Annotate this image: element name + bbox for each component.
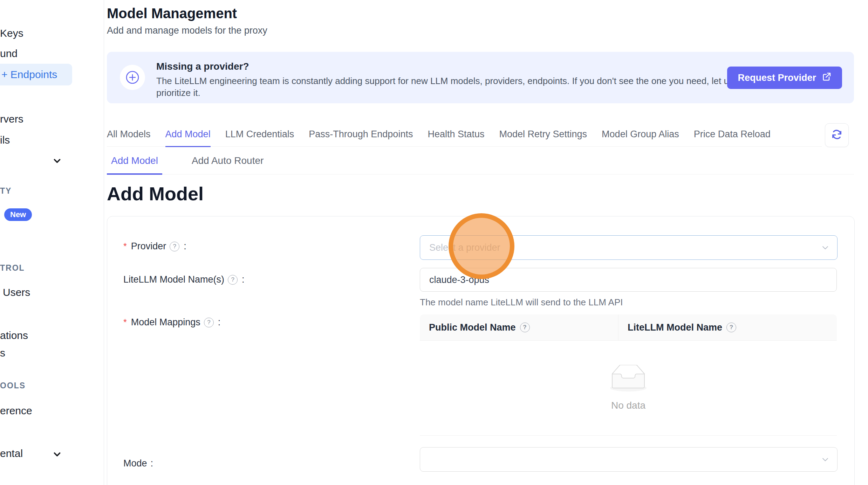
provider-label: * Provider ? :	[123, 241, 186, 252]
sidebar-section-ty: TY	[0, 186, 12, 196]
subtab-add-auto-router[interactable]: Add Auto Router	[187, 155, 268, 174]
colon: :	[242, 274, 245, 285]
model-management-page: Keys und + Endpoints rvers ils TY New TR…	[0, 0, 868, 485]
provider-label-text: Provider	[131, 241, 166, 252]
sidebar-item-und[interactable]: und	[0, 48, 18, 60]
sidebar-item-endpoints[interactable]: + Endpoints	[0, 64, 72, 85]
subtab-add-model[interactable]: Add Model	[107, 155, 162, 175]
litellm-model-name-help: The model name LiteLLM will send to the …	[420, 297, 623, 308]
chevron-down-icon	[821, 243, 829, 253]
tab-model-group-alias[interactable]: Model Group Alias	[602, 129, 679, 146]
model-mappings-label-text: Model Mappings	[131, 317, 200, 328]
sidebar-item-users[interactable]: Users	[3, 286, 30, 298]
sidebar-item-rvers[interactable]: rvers	[0, 113, 23, 125]
tab-llm-credentials[interactable]: LLM Credentials	[225, 129, 294, 146]
question-circle-icon[interactable]: ?	[520, 323, 530, 332]
plus-circle-icon	[120, 65, 145, 90]
sidebar: Keys und + Endpoints rvers ils TY New TR…	[0, 0, 104, 485]
provider-select-placeholder: Select a provider	[429, 242, 500, 253]
litellm-model-name-header-text: LiteLLM Model Name	[628, 322, 722, 333]
colon: :	[151, 458, 153, 469]
public-model-name-column: Public Model Name ?	[420, 314, 618, 340]
missing-provider-banner: Missing a provider? The LiteLLM engineer…	[107, 52, 854, 103]
external-link-icon	[822, 72, 832, 84]
question-circle-icon[interactable]: ?	[204, 318, 214, 327]
required-asterisk: *	[123, 241, 127, 251]
sidebar-item-endpoints-label: + Endpoints	[1, 69, 57, 81]
question-circle-icon[interactable]: ?	[228, 275, 238, 285]
mode-select[interactable]	[420, 447, 838, 472]
tab-all-models[interactable]: All Models	[107, 129, 151, 146]
sidebar-section-ools: OOLS	[0, 381, 26, 390]
mode-label: Mode :	[123, 458, 153, 469]
sidebar-item-ental[interactable]: ental	[0, 448, 23, 459]
required-asterisk: *	[123, 317, 127, 327]
chevron-down-icon[interactable]	[53, 450, 60, 457]
request-provider-label: Request Provider	[738, 72, 816, 83]
provider-select[interactable]: Select a provider	[420, 235, 838, 260]
mode-label-text: Mode	[123, 458, 147, 469]
tab-price-data-reload[interactable]: Price Data Reload	[694, 129, 771, 146]
refresh-icon	[831, 129, 843, 142]
model-mappings-table: Public Model Name ? LiteLLM Model Name ?…	[420, 314, 837, 436]
add-model-heading: Add Model	[107, 183, 204, 205]
litellm-model-name-label: LiteLLM Model Name(s) ? :	[123, 274, 245, 285]
question-circle-icon[interactable]: ?	[170, 242, 179, 251]
litellm-model-name-input[interactable]	[420, 268, 837, 292]
page-subtitle: Add and manage models for the proxy	[107, 25, 267, 36]
refresh-button[interactable]	[825, 123, 849, 147]
litellm-model-name-label-text: LiteLLM Model Name(s)	[123, 274, 224, 285]
mode-help: Optional - LiteLLM endpoint to use when …	[420, 473, 737, 485]
sidebar-item-s[interactable]: s	[0, 347, 5, 359]
main-content: Model Management Add and manage models f…	[104, 0, 868, 485]
sidebar-section-trol: TROL	[0, 263, 25, 273]
chevron-down-icon[interactable]	[53, 156, 60, 164]
add-model-subtabs: Add Model Add Auto Router	[107, 155, 854, 174]
page-title: Model Management	[107, 6, 237, 21]
no-data-text: No data	[611, 400, 645, 411]
model-mappings-label: * Model Mappings ? :	[123, 317, 220, 328]
colon: :	[218, 317, 221, 328]
request-provider-button[interactable]: Request Provider	[727, 67, 842, 89]
colon: :	[184, 241, 186, 252]
sidebar-item-ations[interactable]: ations	[0, 330, 28, 341]
sidebar-item-keys[interactable]: Keys	[0, 27, 23, 39]
model-tabs: All Models Add Model LLM Credentials Pas…	[107, 129, 822, 147]
litellm-model-name-column: LiteLLM Model Name ?	[618, 314, 837, 340]
question-circle-icon[interactable]: ?	[726, 323, 736, 332]
sidebar-item-ils[interactable]: ils	[0, 134, 10, 146]
sidebar-item-erence[interactable]: erence	[0, 405, 32, 417]
tab-pass-through-endpoints[interactable]: Pass-Through Endpoints	[309, 129, 413, 146]
model-mappings-header: Public Model Name ? LiteLLM Model Name ?	[420, 314, 837, 341]
public-model-name-header-text: Public Model Name	[429, 322, 516, 333]
empty-box-icon	[606, 365, 651, 395]
new-badge: New	[4, 208, 32, 221]
chevron-down-icon	[821, 455, 829, 465]
tab-add-model[interactable]: Add Model	[165, 129, 211, 147]
tab-model-retry-settings[interactable]: Model Retry Settings	[499, 129, 587, 146]
banner-title: Missing a provider?	[156, 61, 249, 72]
empty-state: No data	[420, 341, 837, 435]
tab-health-status[interactable]: Health Status	[428, 129, 484, 146]
